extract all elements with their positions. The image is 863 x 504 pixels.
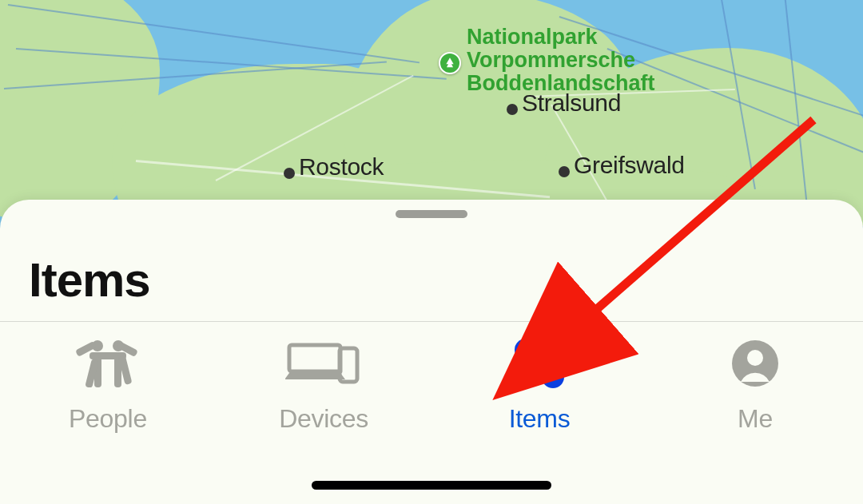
- park-label-line1: Nationalpark: [467, 26, 598, 48]
- sheet-title: Items: [29, 252, 150, 308]
- park-pin-icon: [439, 52, 461, 74]
- city-dot: [284, 168, 295, 179]
- tab-people[interactable]: People: [0, 327, 216, 504]
- city-dot: [559, 166, 570, 177]
- items-icon: [515, 337, 564, 390]
- tab-devices[interactable]: Devices: [216, 327, 432, 504]
- sheet-grabber[interactable]: [396, 210, 467, 218]
- home-indicator[interactable]: [312, 481, 551, 490]
- person-icon: [732, 337, 778, 390]
- tab-items[interactable]: Items: [432, 327, 647, 504]
- city-label-rostock: Rostock: [299, 153, 384, 181]
- people-icon: [74, 337, 142, 390]
- bottom-sheet[interactable]: Items: [0, 200, 863, 504]
- park-label-line2: Vorpommersche: [467, 49, 635, 71]
- tab-me[interactable]: Me: [647, 327, 863, 504]
- tab-label: Me: [738, 404, 773, 434]
- tab-bar: People Devices: [0, 327, 863, 504]
- tab-label: Devices: [279, 404, 368, 434]
- svg-point-11: [747, 350, 763, 366]
- devices-icon: [285, 337, 362, 390]
- divider: [0, 321, 863, 322]
- city-label-greifswald: Greifswald: [574, 152, 685, 179]
- tab-label: People: [69, 404, 147, 434]
- city-label-stralsund: Stralsund: [522, 89, 621, 117]
- tab-label: Items: [509, 404, 571, 434]
- city-dot: [507, 104, 518, 115]
